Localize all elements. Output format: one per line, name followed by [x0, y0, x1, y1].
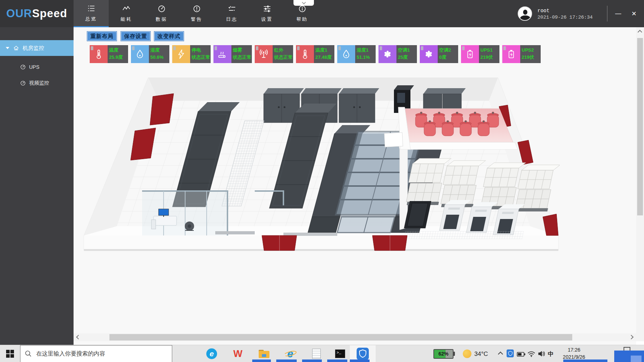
taskbar-app-edge[interactable]: e	[199, 345, 225, 362]
start-button[interactable]	[0, 345, 20, 362]
sensor-name: 烟雾	[233, 47, 251, 54]
relayout-button[interactable]: 重新布局	[87, 32, 117, 41]
sensor-value: 状态正常	[192, 54, 210, 61]
tab-label: 设置	[261, 16, 273, 23]
sensor-badge-ac2[interactable]: 空调2 0度	[420, 45, 458, 63]
ime-indicator[interactable]: 中	[548, 351, 554, 358]
sidebar-item-room-monitor[interactable]: 机房监控	[0, 40, 74, 56]
scroll-right-icon[interactable]	[629, 335, 634, 339]
sensor-badge-infrared[interactable]: 红外 状态正常	[255, 45, 293, 63]
tab-label: 警告	[191, 16, 202, 23]
sensor-badge-ups1[interactable]: UPS1 219伏	[461, 45, 499, 63]
wifi-icon[interactable]	[527, 350, 535, 357]
close-button[interactable]: ✕	[627, 7, 641, 20]
tab-settings[interactable]: 设置	[249, 0, 285, 27]
sidebar-item-video-monitor[interactable]: 视频监控	[0, 77, 74, 89]
clock-time: 17:26	[555, 346, 593, 353]
battery-icon	[461, 45, 479, 63]
tab-overview[interactable]: 总览	[74, 0, 109, 27]
sensor-value: 状态正常	[233, 54, 251, 61]
login-datetime: 2021-09-26 17:26:34	[537, 15, 593, 20]
info-icon	[298, 5, 306, 13]
taskbar-clock[interactable]: 17:26 2021/9/26	[555, 346, 593, 361]
tab-label: 能耗	[121, 16, 132, 23]
running-indicator	[302, 359, 322, 362]
windows-logo-icon	[6, 350, 14, 358]
weather-sun-icon[interactable]	[463, 349, 471, 358]
sensor-name: 温度1	[315, 47, 333, 54]
divider	[607, 6, 607, 22]
vertical-scrollbar[interactable]	[636, 27, 644, 341]
taskbar-app-wps[interactable]: W	[225, 345, 251, 362]
taskbar-search[interactable]	[20, 345, 172, 362]
sidebar-item-ups[interactable]: UPS	[0, 61, 74, 73]
collapse-handle[interactable]	[293, 0, 314, 6]
tab-label: 总览	[85, 16, 97, 22]
terminal-icon: >_	[335, 349, 345, 358]
tab-logs[interactable]: 日志	[214, 0, 249, 27]
sensor-badge-power-outage[interactable]: 停电 状态正常	[172, 45, 211, 63]
running-indicator	[350, 359, 370, 362]
gauge-icon	[158, 5, 166, 13]
running-indicator	[252, 359, 271, 362]
horizontal-scrollbar[interactable]	[74, 333, 636, 341]
thermometer-icon	[296, 45, 314, 63]
edge-icon: e	[206, 348, 217, 359]
main-content: 重新布局 保存设置 改变样式 温度 25.9度 湿度 50.6% 停电 状态正常	[74, 27, 636, 345]
sidebar-item-label: UPS	[29, 64, 39, 70]
sensor-badge-humidity[interactable]: 湿度 50.6%	[131, 45, 169, 63]
sensor-value: 25度	[398, 54, 416, 61]
avatar[interactable]	[518, 6, 532, 21]
horizontal-scroll-thumb[interactable]	[109, 334, 572, 340]
tab-data[interactable]: 数据	[144, 0, 179, 27]
tab-energy[interactable]: 能耗	[109, 0, 144, 27]
volume-icon[interactable]	[538, 350, 545, 357]
search-input[interactable]	[36, 351, 168, 357]
sensor-name: UPS1	[480, 47, 498, 54]
alert-icon	[193, 5, 201, 13]
gauge-icon	[20, 80, 26, 86]
log-icon	[228, 5, 236, 13]
sensor-value: 27.48度	[315, 54, 333, 61]
tab-alerts[interactable]: 警告	[179, 0, 214, 27]
fan-icon	[379, 45, 396, 63]
chevron-down-icon	[302, 0, 306, 4]
search-icon	[25, 350, 32, 357]
sensor-badge-row: 温度 25.9度 湿度 50.6% 停电 状态正常 烟雾 状态正常	[90, 45, 541, 63]
sensor-name: 温度	[109, 47, 127, 54]
sensor-name: UPS2	[522, 47, 540, 54]
tray-shield-icon[interactable]	[507, 349, 514, 357]
home-icon	[13, 45, 19, 51]
list-icon	[87, 4, 95, 13]
sidebar-group-label: 机房监控	[23, 45, 44, 52]
minimize-button[interactable]: —	[611, 7, 625, 20]
activity-icon	[122, 5, 131, 13]
sensor-name: 停电	[192, 47, 210, 54]
sensor-value: 50.6%	[150, 54, 168, 61]
infrared-icon	[255, 45, 273, 63]
weather-temperature[interactable]: 34°C	[474, 351, 488, 358]
sensor-badge-temperature[interactable]: 温度 25.9度	[90, 45, 128, 63]
sensor-value: 25.9度	[109, 54, 127, 61]
sensor-badge-temperature1[interactable]: 温度1 27.48度	[296, 45, 334, 63]
change-style-button[interactable]: 改变样式	[154, 32, 184, 41]
sensor-badge-ac1[interactable]: 空调1 25度	[379, 45, 417, 63]
scroll-up-icon[interactable]	[638, 30, 642, 34]
logo-our: OUR	[6, 7, 32, 20]
corner-popup-window[interactable]	[614, 351, 644, 362]
vertical-scroll-thumb[interactable]	[637, 38, 643, 215]
username: root	[537, 8, 550, 14]
battery-percent: 62%	[434, 350, 453, 358]
tray-chevron-up-icon[interactable]	[498, 352, 503, 357]
sensor-badge-humidity1[interactable]: 湿度1 51.1%	[337, 45, 376, 63]
scroll-left-icon[interactable]	[76, 335, 81, 339]
fan-icon	[420, 45, 438, 63]
save-settings-button[interactable]: 保存设置	[121, 32, 150, 41]
battery-percent-badge[interactable]: 62%	[433, 349, 453, 359]
sensor-badge-ups2[interactable]: UPS2 219伏	[502, 45, 541, 63]
sensor-badge-smoke[interactable]: 烟雾 状态正常	[213, 45, 252, 63]
folder-icon	[259, 350, 269, 358]
sensor-name: 红外	[274, 47, 292, 54]
tray-battery-icon[interactable]	[517, 351, 526, 358]
taskbar: e W e >_ 62% 34°C 中 17:26 2021/9/26	[0, 345, 644, 362]
